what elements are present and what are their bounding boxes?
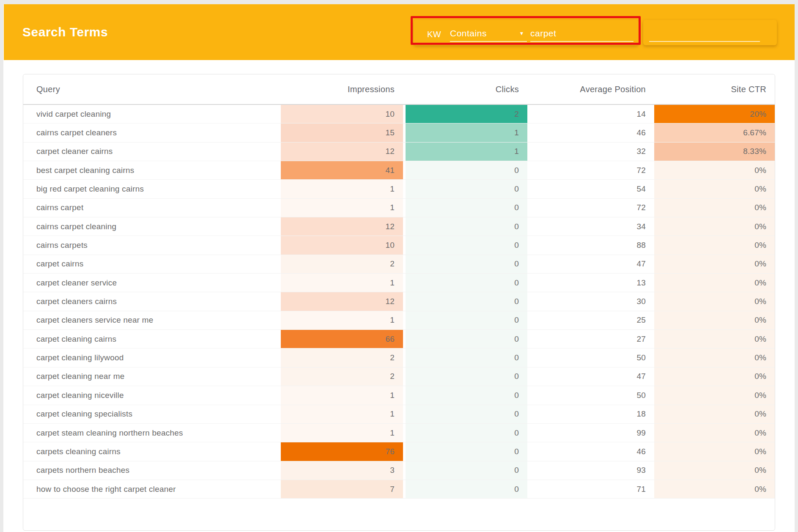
table-row: carpets northern beaches30930% (23, 461, 775, 480)
table-row: carpet cleaners cairns120300% (23, 292, 775, 311)
search-terms-table-card: Query Impressions Clicks Average Positio… (23, 74, 775, 531)
impressions-cell: 7 (281, 480, 403, 498)
clicks-cell: 0 (406, 424, 527, 442)
clicks-cell: 0 (406, 274, 527, 292)
ctr-cell: 0% (654, 367, 775, 386)
impressions-cell: 12 (281, 143, 403, 161)
kw-label: KW (427, 30, 441, 39)
chevron-down-icon: ▼ (519, 30, 527, 36)
position-cell: 34 (527, 217, 654, 236)
impressions-cell: 1 (281, 405, 403, 423)
column-header-impressions[interactable]: Impressions (281, 85, 403, 94)
table-row: carpet cleaner cairns121328.33% (23, 143, 775, 161)
clicks-cell: 1 (406, 143, 527, 161)
impressions-cell: 1 (281, 424, 403, 442)
position-cell: 88 (527, 236, 654, 254)
secondary-input-wrap (649, 26, 760, 42)
table-row: cairns carpets100880% (23, 236, 775, 255)
keyword-filter-panel: KW Contains ▼ (414, 20, 639, 45)
query-cell: carpet steam cleaning northern beaches (23, 424, 281, 442)
table-row: carpet steam cleaning northern beaches10… (23, 424, 775, 442)
impressions-cell: 1 (281, 180, 403, 198)
clicks-cell: 0 (406, 461, 527, 480)
impressions-cell: 41 (281, 161, 403, 179)
ctr-cell: 0% (654, 424, 775, 442)
ctr-cell: 8.33% (654, 143, 775, 161)
query-cell: cairns carpets (23, 236, 281, 254)
position-cell: 50 (527, 386, 654, 404)
position-cell: 18 (527, 405, 654, 423)
position-cell: 32 (527, 143, 654, 161)
query-cell: carpets northern beaches (23, 461, 281, 480)
column-header-average-position[interactable]: Average Position (527, 85, 654, 94)
column-header-site-ctr[interactable]: Site CTR (654, 85, 775, 94)
table-row: carpet cleaning cairns660270% (23, 330, 775, 348)
position-cell: 30 (527, 292, 654, 310)
query-cell: carpet cairns (23, 255, 281, 273)
position-cell: 46 (527, 442, 654, 461)
position-cell: 14 (527, 105, 654, 123)
table-row: carpet cleaner service10130% (23, 274, 775, 292)
impressions-cell: 12 (281, 292, 403, 310)
clicks-cell: 0 (406, 386, 527, 404)
impressions-cell: 10 (281, 105, 403, 123)
clicks-cell: 0 (406, 311, 527, 329)
position-cell: 50 (527, 348, 654, 367)
ctr-cell: 0% (654, 217, 775, 236)
clicks-cell: 0 (406, 292, 527, 310)
impressions-cell: 1 (281, 274, 403, 292)
query-cell: carpet cleaning niceville (23, 386, 281, 404)
ctr-cell: 6.67% (654, 123, 775, 142)
position-cell: 13 (527, 274, 654, 292)
keyword-input[interactable] (530, 26, 633, 41)
ctr-cell: 0% (654, 405, 775, 423)
query-cell: carpet cleaner service (23, 274, 281, 292)
query-cell: best carpet cleaning cairns (23, 161, 281, 179)
query-cell: carpet cleaning cairns (23, 330, 281, 348)
operator-select-value: Contains (450, 28, 487, 38)
position-cell: 72 (527, 161, 654, 179)
ctr-cell: 0% (654, 311, 775, 329)
clicks-cell: 0 (406, 367, 527, 386)
impressions-cell: 1 (281, 311, 403, 329)
query-cell: vivid carpet cleaning (23, 105, 281, 123)
impressions-cell: 1 (281, 199, 403, 217)
clicks-cell: 0 (406, 217, 527, 236)
table-row: vivid carpet cleaning1021420% (23, 105, 775, 123)
table-row: cairns carpet cleaners151466.67% (23, 123, 775, 142)
position-cell: 99 (527, 424, 654, 442)
impressions-cell: 1 (281, 386, 403, 404)
clicks-cell: 2 (406, 105, 527, 123)
clicks-cell: 0 (406, 405, 527, 423)
query-cell: carpets cleaning cairns (23, 442, 281, 461)
position-cell: 46 (527, 123, 654, 142)
ctr-cell: 0% (654, 292, 775, 310)
table-row: carpet cleaning niceville10500% (23, 386, 775, 405)
ctr-cell: 20% (654, 105, 775, 123)
clicks-cell: 0 (406, 180, 527, 198)
clicks-cell: 0 (406, 161, 527, 179)
column-header-query[interactable]: Query (23, 85, 281, 94)
clicks-cell: 0 (406, 330, 527, 348)
impressions-cell: 2 (281, 367, 403, 386)
table-row: cairns carpet10720% (23, 199, 775, 217)
ctr-cell: 0% (654, 386, 775, 404)
secondary-filter-input[interactable] (649, 26, 760, 41)
app-header: Search Terms KW Contains ▼ (4, 4, 795, 60)
column-header-clicks[interactable]: Clicks (406, 85, 527, 94)
page: Search Terms KW Contains ▼ Query Impress… (0, 0, 798, 532)
operator-select[interactable]: Contains ▼ (450, 26, 527, 42)
clicks-cell: 1 (406, 123, 527, 142)
table-row: carpets cleaning cairns760460% (23, 442, 775, 461)
table-row: how to choose the right carpet cleaner70… (23, 480, 775, 499)
query-cell: how to choose the right carpet cleaner (23, 480, 281, 498)
query-cell: carpet cleaners cairns (23, 292, 281, 310)
impressions-cell: 3 (281, 461, 403, 480)
impressions-cell: 10 (281, 236, 403, 254)
page-title: Search Terms (22, 25, 108, 39)
ctr-cell: 0% (654, 330, 775, 348)
ctr-cell: 0% (654, 348, 775, 367)
query-cell: carpet cleaning lilywood (23, 348, 281, 367)
query-cell: carpet cleaner cairns (23, 143, 281, 161)
table-row: carpet cleaning lilywood20500% (23, 348, 775, 367)
